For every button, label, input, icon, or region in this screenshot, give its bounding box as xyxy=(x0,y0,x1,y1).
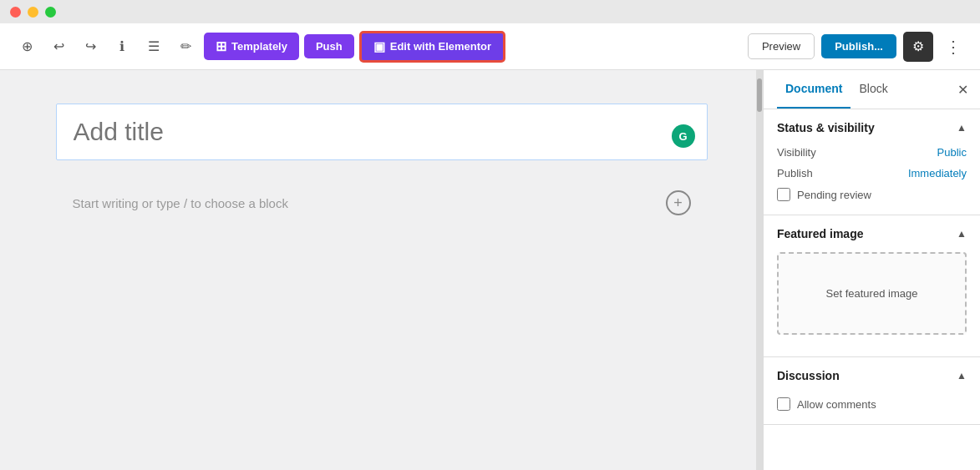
allow-comments-label: Allow comments xyxy=(797,398,876,411)
pending-review-label: Pending review xyxy=(797,189,871,201)
sidebar-close-button[interactable]: ✕ xyxy=(957,82,968,98)
scroll-thumb xyxy=(757,78,762,112)
more-icon: ⋮ xyxy=(945,37,962,57)
title-block: G xyxy=(56,104,708,160)
list-icon: ☰ xyxy=(148,38,160,54)
featured-image-content: Set featured image xyxy=(764,252,980,356)
pending-review-row: Pending review xyxy=(777,188,967,201)
redo-icon: ↪ xyxy=(85,38,96,54)
content-placeholder: Start writing or type / to choose a bloc… xyxy=(73,196,288,210)
list-button[interactable]: ☰ xyxy=(140,33,167,60)
toolbar-left: ⊕ ↩ ↪ ℹ ☰ ✏ ⊞ Templately Push ▣ Edit wit… xyxy=(13,31,741,63)
info-icon: ℹ xyxy=(119,38,124,54)
traffic-light-yellow[interactable] xyxy=(28,7,38,18)
info-button[interactable]: ℹ xyxy=(109,33,135,60)
allow-comments-row: Allow comments xyxy=(777,397,967,411)
discussion-content: Allow comments xyxy=(764,397,980,424)
discussion-chevron: ▲ xyxy=(957,370,967,382)
scroll-bar[interactable] xyxy=(756,70,763,470)
edit-with-elementor-button[interactable]: ▣ Edit with Elementor xyxy=(359,31,505,63)
undo-button[interactable]: ↩ xyxy=(45,33,72,60)
templately-button[interactable]: ⊞ Templately xyxy=(204,33,299,60)
editor-area: G Start writing or type / to choose a bl… xyxy=(0,70,763,470)
more-options-button[interactable]: ⋮ xyxy=(940,33,967,60)
publish-value[interactable]: Immediately xyxy=(908,167,967,179)
undo-icon: ↩ xyxy=(53,38,64,54)
traffic-light-red[interactable] xyxy=(10,7,21,18)
toolbar: ⊕ ↩ ↪ ℹ ☰ ✏ ⊞ Templately Push ▣ Edit wit… xyxy=(0,23,980,70)
set-featured-image-button[interactable]: Set featured image xyxy=(777,252,967,335)
content-area: Start writing or type / to choose a bloc… xyxy=(56,174,708,232)
add-block-icon: + xyxy=(673,195,683,212)
elementor-icon: ▣ xyxy=(373,39,385,54)
tab-block[interactable]: Block xyxy=(851,70,896,109)
sidebar-tabs: Document Block ✕ xyxy=(764,70,980,109)
settings-button[interactable]: ⚙ xyxy=(903,32,933,62)
add-button[interactable]: ⊕ xyxy=(13,33,40,60)
publish-button[interactable]: Publish... xyxy=(821,34,896,58)
tab-document[interactable]: Document xyxy=(777,70,851,109)
add-icon: ⊕ xyxy=(22,38,33,54)
allow-comments-checkbox[interactable] xyxy=(777,397,790,411)
featured-image-header[interactable]: Featured image ▲ xyxy=(764,215,980,252)
pen-button[interactable]: ✏ xyxy=(172,33,199,60)
redo-button[interactable]: ↪ xyxy=(77,33,104,60)
discussion-section: Discussion ▲ Allow comments xyxy=(764,357,980,425)
sidebar: Document Block ✕ Status & visibility ▲ V… xyxy=(763,70,980,470)
status-visibility-chevron: ▲ xyxy=(957,122,967,134)
grammarly-icon: G xyxy=(672,124,695,148)
featured-image-section: Featured image ▲ Set featured image xyxy=(764,215,980,357)
push-button[interactable]: Push xyxy=(304,34,354,58)
visibility-row: Visibility Public xyxy=(777,146,967,159)
main-layout: G Start writing or type / to choose a bl… xyxy=(0,70,980,470)
add-block-button[interactable]: + xyxy=(666,190,691,215)
visibility-value[interactable]: Public xyxy=(937,146,967,159)
settings-icon: ⚙ xyxy=(912,38,924,54)
editor-inner: G Start writing or type / to choose a bl… xyxy=(6,70,758,265)
title-input[interactable] xyxy=(74,118,690,146)
close-icon: ✕ xyxy=(957,83,968,97)
templately-icon: ⊞ xyxy=(216,38,226,54)
toolbar-right: Preview Publish... ⚙ ⋮ xyxy=(748,32,967,62)
title-bar xyxy=(0,0,980,23)
publish-row: Publish Immediately xyxy=(777,167,967,179)
pen-icon: ✏ xyxy=(180,38,191,54)
pending-review-checkbox[interactable] xyxy=(777,188,790,201)
status-visibility-content: Visibility Public Publish Immediately Pe… xyxy=(764,146,980,215)
discussion-header[interactable]: Discussion ▲ xyxy=(764,357,980,394)
traffic-light-green[interactable] xyxy=(45,7,56,18)
preview-button[interactable]: Preview xyxy=(748,33,815,59)
status-visibility-header[interactable]: Status & visibility ▲ xyxy=(764,109,980,146)
featured-image-chevron: ▲ xyxy=(957,228,967,240)
status-visibility-section: Status & visibility ▲ Visibility Public … xyxy=(764,109,980,215)
